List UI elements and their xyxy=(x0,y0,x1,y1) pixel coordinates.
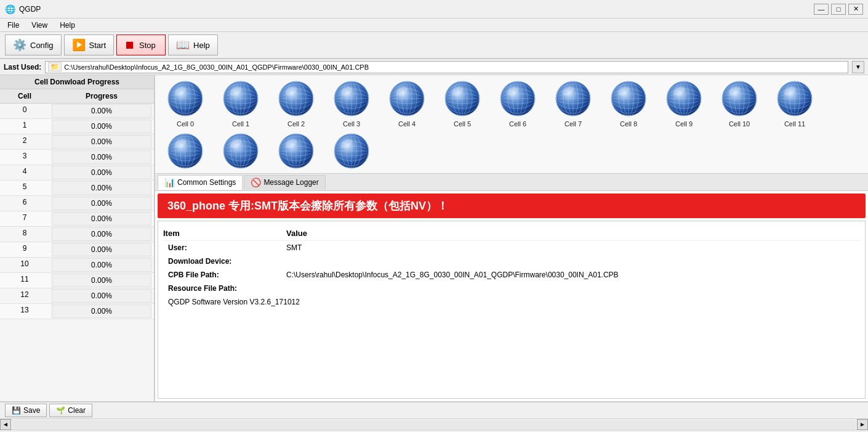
cell-item[interactable]: Cell 5 xyxy=(435,78,490,130)
settings-row-user: User: SMT xyxy=(163,241,860,255)
message-logger-icon: 🚫 xyxy=(251,177,261,187)
clear-button[interactable]: 🌱 Clear xyxy=(49,404,92,417)
cell-globe-6 xyxy=(499,80,536,119)
cell-row: 0 0.00% xyxy=(0,104,154,119)
cell-number: 2 xyxy=(0,134,49,149)
clear-icon: 🌱 xyxy=(56,406,65,415)
cell-label-7: Cell 7 xyxy=(565,120,582,128)
cell-number: 6 xyxy=(0,196,49,211)
cell-item[interactable]: Cell 0 xyxy=(158,78,213,130)
cell-item[interactable]: Cell 6 xyxy=(490,78,545,130)
maximize-button[interactable]: □ xyxy=(831,4,846,15)
warning-banner: 360_phone 专用:SMT版本会擦除所有参数（包括NV）！ xyxy=(158,194,866,218)
cell-number: 3 xyxy=(0,150,49,165)
cell-progress-value: 0.00% xyxy=(52,289,151,303)
cell-row: 5 0.00% xyxy=(0,181,154,196)
start-button[interactable]: ▶️ Start xyxy=(64,35,114,55)
help-button[interactable]: 📖 Help xyxy=(168,35,218,55)
cell-item[interactable]: Cell 1 xyxy=(213,78,268,130)
cell-item[interactable]: Cell 8 xyxy=(601,78,656,130)
cell-row: 6 0.00% xyxy=(0,196,154,211)
cell-item[interactable]: Cell 10 xyxy=(712,78,767,130)
save-button[interactable]: 💾 Save xyxy=(5,404,47,417)
cell-progress-value: 0.00% xyxy=(52,212,151,226)
cell-globe-7 xyxy=(555,80,592,119)
last-used-bar: Last Used: 📁 C:\Users\rahul\Desktop\Info… xyxy=(0,59,868,75)
cell-label-6: Cell 6 xyxy=(509,120,526,128)
cell-item[interactable]: Cell 3 xyxy=(324,78,379,130)
menu-file[interactable]: File xyxy=(2,20,24,31)
cell-row: 4 0.00% xyxy=(0,165,154,181)
minimize-button[interactable]: — xyxy=(814,4,829,15)
cell-number: 0 xyxy=(0,104,49,118)
cell-item[interactable]: Cell 2 xyxy=(268,78,324,130)
cell-label-11: Cell 11 xyxy=(784,120,805,128)
cell-progress-value: 0.00% xyxy=(52,227,151,241)
config-icon: ⚙️ xyxy=(13,38,26,52)
cell-item[interactable]: Cell 4 xyxy=(379,78,435,130)
stop-icon: ⏹ xyxy=(124,39,135,52)
cell-item[interactable]: Cell 7 xyxy=(545,78,601,130)
stop-label: Stop xyxy=(139,41,156,50)
cell-grid: Cell 0 Cell 1 xyxy=(155,75,868,174)
toolbar: ⚙️ Config ▶️ Start ⏹ Stop 📖 Help xyxy=(0,32,868,59)
menu-help[interactable]: Help xyxy=(55,20,80,31)
cell-label-2: Cell 2 xyxy=(287,120,305,128)
cell-row: 2 0.00% xyxy=(0,134,154,150)
save-label: Save xyxy=(23,406,40,415)
cell-number: 13 xyxy=(0,304,49,319)
cell-row: 9 0.00% xyxy=(0,242,154,258)
cell-globe-8 xyxy=(610,80,647,119)
cell-globe-11 xyxy=(776,80,813,119)
config-button[interactable]: ⚙️ Config xyxy=(5,35,62,55)
cell-progress-value: 0.00% xyxy=(52,166,151,179)
settings-row-device: Download Device: xyxy=(163,255,860,268)
cell-progress-value: 0.00% xyxy=(52,243,151,256)
cell-label-0: Cell 0 xyxy=(177,120,194,128)
settings-version: QGDP Software Version V3.2.6_171012 xyxy=(163,295,860,309)
path-dropdown-button[interactable]: ▼ xyxy=(852,61,864,73)
settings-item-cpb: CPB File Path: xyxy=(163,271,286,279)
tab-message-logger[interactable]: 🚫 Message Logger xyxy=(244,175,325,190)
cell-item[interactable]: Cell 9 xyxy=(656,78,712,130)
settings-value-cpb: C:\Users\rahul\Desktop\Infocus_A2_1G_8G_… xyxy=(286,271,860,279)
cell-globe-5 xyxy=(444,80,481,119)
cell-row: 3 0.00% xyxy=(0,150,154,165)
close-button[interactable]: ✕ xyxy=(848,4,863,15)
cell-row: 8 0.00% xyxy=(0,227,154,242)
scroll-left-button[interactable]: ◄ xyxy=(0,419,11,430)
app-icon: 🌐 xyxy=(5,4,15,14)
title-bar: 🌐 QGDP — □ ✕ xyxy=(0,0,868,18)
start-icon: ▶️ xyxy=(72,38,86,52)
cell-progress-value: 0.00% xyxy=(52,197,151,210)
cell-globe-9 xyxy=(665,80,702,119)
cell-number: 7 xyxy=(0,211,49,226)
horizontal-scrollbar[interactable]: ◄ ► xyxy=(0,418,868,430)
last-used-path: C:\Users\rahul\Desktop\Infocus_A2_1G_8G_… xyxy=(64,63,369,71)
settings-row-resource: Resource File Path: xyxy=(163,282,860,295)
cell-label-4: Cell 4 xyxy=(398,120,416,128)
scroll-track[interactable] xyxy=(12,420,856,429)
last-used-label: Last Used: xyxy=(4,63,41,71)
cell-globe-1 xyxy=(222,80,259,119)
stop-button[interactable]: ⏹ Stop xyxy=(116,35,166,55)
cell-table-header: Cell Progress xyxy=(0,89,154,104)
cell-number: 10 xyxy=(0,258,49,272)
cell-rows: 0 0.00% 1 0.00% 2 0.00% 3 0.00% 4 0.00% … xyxy=(0,104,154,401)
tab-common-settings[interactable]: 📊 Common Settings xyxy=(158,175,243,190)
cell-progress-value: 0.00% xyxy=(52,304,151,318)
start-label: Start xyxy=(89,41,106,50)
cell-item[interactable]: Cell 11 xyxy=(767,78,822,130)
menu-bar: File View Help xyxy=(0,18,868,32)
main-content: Cell Donwload Progress Cell Progress 0 0… xyxy=(0,75,868,401)
cell-row: 13 0.00% xyxy=(0,304,154,319)
settings-content: Item Value User: SMT Download Device: CP… xyxy=(158,221,866,399)
cell-globe-12 xyxy=(167,132,204,171)
cell-progress-value: 0.00% xyxy=(52,150,151,164)
scroll-right-button[interactable]: ► xyxy=(857,419,868,430)
cell-globe-10 xyxy=(721,80,758,119)
menu-view[interactable]: View xyxy=(26,20,52,31)
cell-label-9: Cell 9 xyxy=(675,120,693,128)
cell-label-1: Cell 1 xyxy=(232,120,249,128)
tab-message-logger-label: Message Logger xyxy=(263,178,318,187)
